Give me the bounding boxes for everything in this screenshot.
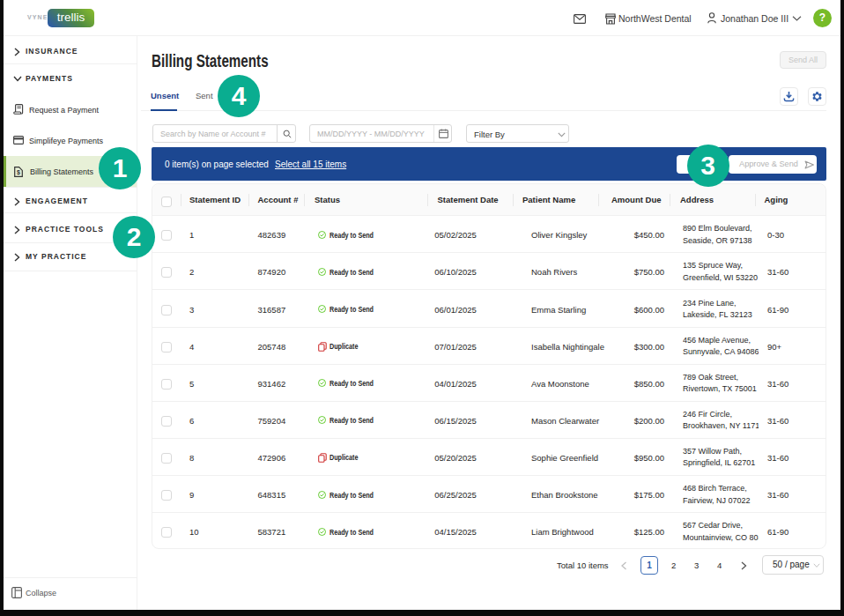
svg-text:$: $: [17, 169, 20, 176]
